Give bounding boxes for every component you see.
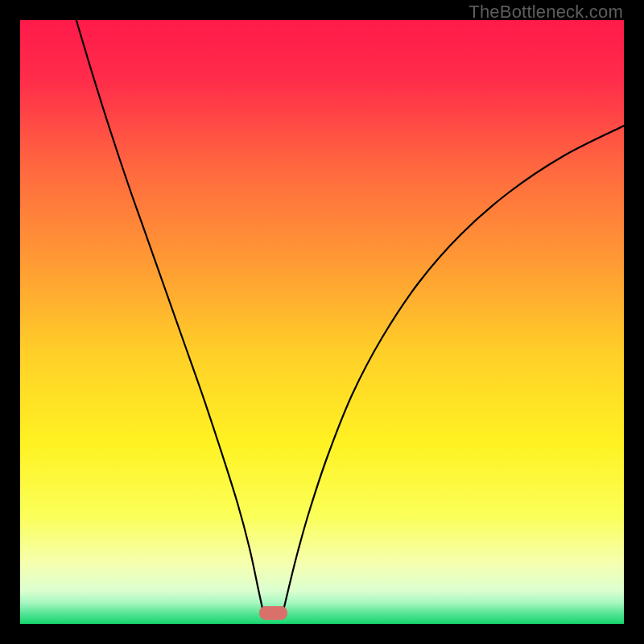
- curve-right: [283, 126, 624, 613]
- plot-area: [20, 20, 624, 624]
- chart-frame: TheBottleneck.com: [0, 0, 644, 644]
- bottleneck-marker: [259, 606, 287, 620]
- curve-left: [76, 20, 264, 613]
- bottleneck-curves: [20, 20, 624, 624]
